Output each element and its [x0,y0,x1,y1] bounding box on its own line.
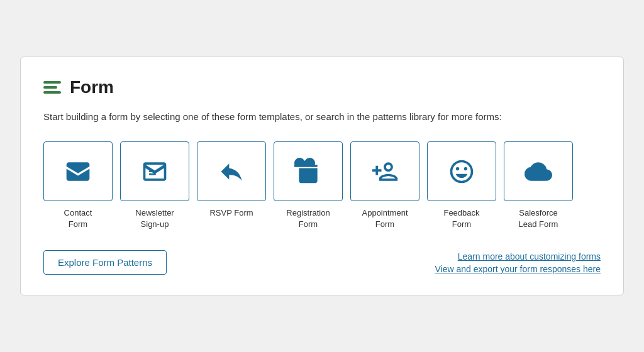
template-feedback[interactable]: FeedbackForm [427,141,496,230]
template-newsletter[interactable]: NewsletterSign-up [120,141,189,230]
template-rsvp[interactable]: RSVP Form [197,141,266,230]
template-label-rsvp: RSVP Form [209,207,253,219]
header: Form [43,77,601,97]
template-label-newsletter: NewsletterSign-up [135,207,174,230]
svg-rect-0 [149,170,153,172]
footer-links: Learn more about customizing forms View … [435,251,601,274]
view-export-link[interactable]: View and export your form responses here [435,264,601,274]
template-label-feedback: FeedbackForm [443,207,479,230]
cloud-icon [525,158,552,185]
template-contact[interactable]: ContactForm [43,141,113,230]
main-card: Form Start building a form by selecting … [20,57,624,296]
envelope-open-icon [64,158,92,185]
template-box-contact[interactable] [43,141,113,201]
reply-icon [218,158,245,185]
template-label-registration: RegistrationForm [286,207,330,230]
template-registration[interactable]: RegistrationForm [274,141,343,230]
template-box-rsvp[interactable] [197,141,266,201]
template-box-registration[interactable] [274,141,343,201]
smiley-icon [448,158,475,185]
template-box-newsletter[interactable] [120,141,189,201]
user-plus-icon [371,158,399,185]
form-lines-icon [43,81,61,94]
template-box-salesforce[interactable] [504,141,573,201]
envelope-letter-icon [141,158,169,185]
template-label-salesforce: SalesforceLead Form [519,207,558,230]
registration-icon [294,158,322,185]
templates-row: ContactForm NewsletterSign-up RSVP Form [43,141,601,230]
page-title: Form [70,77,114,97]
template-appointment[interactable]: AppointmentForm [350,141,419,230]
explore-patterns-button[interactable]: Explore Form Patterns [43,250,167,275]
template-label-appointment: AppointmentForm [362,207,408,230]
template-label-contact: ContactForm [64,207,92,230]
footer: Explore Form Patterns Learn more about c… [43,250,601,275]
svg-rect-1 [149,173,156,175]
learn-more-link[interactable]: Learn more about customizing forms [458,251,601,261]
template-box-feedback[interactable] [427,141,496,201]
template-box-appointment[interactable] [350,141,419,201]
subtitle-text: Start building a form by selecting one o… [43,110,601,124]
template-salesforce[interactable]: SalesforceLead Form [504,141,573,230]
